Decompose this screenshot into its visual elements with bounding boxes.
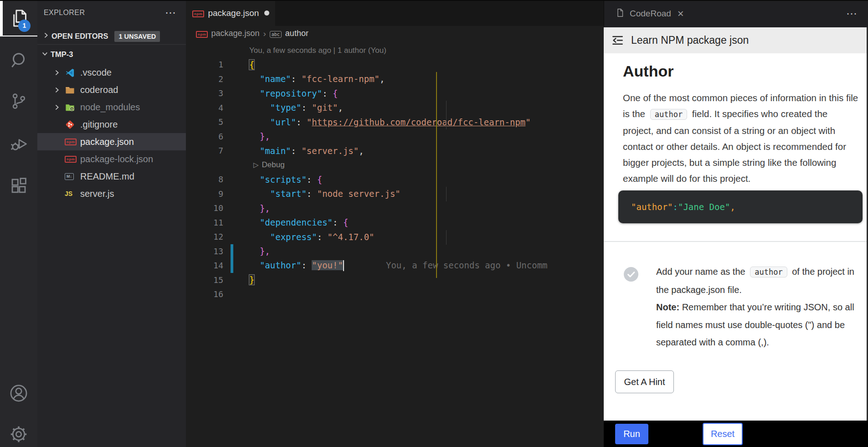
sidebar-item-package-json[interactable]: npmpackage.json (37, 133, 186, 150)
code-line-12[interactable]: 12 "express": "^4.17.0" (186, 230, 604, 244)
gutter (223, 129, 249, 144)
activity-item-run-debug[interactable] (0, 131, 37, 157)
code-text: }, (249, 203, 270, 213)
inline-code-chip: author (650, 109, 687, 120)
npm-file-icon: npm (192, 9, 204, 17)
breadcrumb-symbol[interactable]: author (285, 29, 308, 38)
modified-line-marker (231, 244, 233, 259)
text-run: Add your name as the (656, 267, 748, 277)
activity-item-account[interactable] (0, 381, 37, 407)
activity-item-search[interactable] (0, 48, 37, 74)
lesson-title: Learn NPM package json (631, 34, 749, 46)
lesson-body: Author One of the most common pieces of … (604, 53, 868, 421)
editor-tab-strip: npm package.json (186, 0, 604, 26)
codelens-label: Debug (262, 160, 285, 170)
folder-icon (65, 85, 77, 95)
gutter (223, 201, 249, 216)
modified-line-marker (231, 258, 233, 273)
sidebar-item--gitignore[interactable]: .gitignore (37, 116, 186, 133)
folder-npm-icon: JS (65, 102, 77, 113)
extensions-icon (9, 176, 28, 197)
run-button[interactable]: Run (615, 424, 648, 444)
code-line-16[interactable]: 16 (186, 287, 604, 302)
lesson-header: Learn NPM package json (604, 27, 868, 53)
code-line-5[interactable]: 5 "url": "https://github.com/coderoad/fc… (186, 115, 604, 129)
sidebar-item-node-modules[interactable]: JSnode_modules (37, 98, 186, 116)
code-line-9[interactable]: 9 "start": "node server.js" (186, 187, 604, 201)
line-number: 12 (186, 232, 223, 241)
unsaved-dot-icon[interactable] (264, 10, 269, 15)
codelens-debug[interactable]: ▷Debug (186, 158, 604, 173)
code-line-10[interactable]: 10 }, (186, 201, 604, 216)
project-root-row[interactable]: TMP-3 (37, 46, 186, 63)
code-text: "scripts": { (249, 175, 322, 185)
code-line-3[interactable]: 3 "repository": { (186, 86, 604, 101)
code-text: { (249, 60, 254, 70)
code-line-6[interactable]: 6 }, (186, 129, 604, 144)
code-line-13[interactable]: 13 }, (186, 244, 604, 259)
get-hint-button[interactable]: Get A Hint (615, 370, 674, 393)
gutter (223, 86, 249, 101)
line-number: 2 (186, 74, 223, 84)
sidebar-item-readme-md[interactable]: M↓README.md (37, 168, 186, 185)
gutter (223, 187, 249, 201)
open-editors-row[interactable]: OPEN EDITORS 1 UNSAVED (37, 28, 186, 45)
npm-icon: npm (65, 156, 77, 163)
code-line-8[interactable]: 8 "scripts": { (186, 172, 604, 187)
code-text: "type": "git", (249, 103, 343, 113)
code-editor[interactable]: 1{2 "name": "fcc-learn-npm",3 "repositor… (186, 57, 604, 302)
chevron-right-icon[interactable] (53, 103, 65, 111)
line-number: 14 (186, 261, 223, 270)
code-line-7[interactable]: 7 "main": "server.js", (186, 144, 604, 158)
code-text: "express": "^4.17.0" (249, 232, 375, 242)
sidebar-more-actions-icon[interactable]: ⋯ (165, 6, 176, 19)
file-tree: .vscodecoderoadJSnode_modules.gitignoren… (37, 64, 186, 202)
panel-action-bar: Run Reset (604, 421, 868, 447)
example-code-block: "author": "Jane Doe", (618, 190, 863, 223)
file-label: .vscode (80, 67, 112, 78)
activity-item-explorer[interactable]: 1 (0, 6, 37, 32)
gutter (223, 144, 249, 158)
code-text: "main": "server.js", (249, 146, 364, 156)
code-line-15[interactable]: 15} (186, 273, 604, 288)
menu-back-icon[interactable] (611, 33, 625, 47)
activity-item-source-control[interactable] (0, 89, 37, 115)
sidebar-item-server-js[interactable]: JSserver.js (37, 185, 186, 202)
code-token: "author" (631, 202, 673, 212)
sidebar-item-package-lock-json[interactable]: npmpackage-lock.json (37, 150, 186, 168)
code-line-14[interactable]: 14 "author": "you!"You, a few seconds ag… (186, 258, 604, 273)
activity-item-extensions[interactable] (0, 173, 37, 200)
code-line-4[interactable]: 4 "type": "git", (186, 101, 604, 115)
tab-package-json[interactable]: npm package.json (186, 0, 275, 26)
account-icon (9, 383, 29, 405)
chevron-right-icon[interactable] (53, 86, 65, 94)
tab-coderoad[interactable]: CodeRoad × (604, 7, 684, 20)
vscode-window: 1 EXPLORER ⋯ OPEN EDITORS 1 UNSAVED TMP-… (0, 0, 868, 447)
reset-button[interactable]: Reset (703, 423, 743, 445)
code-line-2[interactable]: 2 "name": "fcc-learn-npm", (186, 72, 604, 87)
file-label: server.js (80, 189, 114, 199)
sidebar-item-coderoad[interactable]: coderoad (37, 81, 186, 98)
gutter (223, 101, 249, 115)
line-number: 15 (186, 275, 223, 285)
gutter (223, 57, 249, 72)
code-line-1[interactable]: 1{ (186, 57, 604, 72)
search-icon (9, 50, 29, 72)
chevron-right-icon[interactable] (53, 69, 65, 77)
close-icon[interactable]: × (678, 7, 684, 20)
activity-item-settings[interactable] (0, 422, 37, 447)
line-number: 9 (186, 189, 223, 199)
gutter (223, 72, 249, 87)
window-edge-highlight (0, 36, 37, 36)
window-edge-highlight (0, 0, 3, 36)
code-text: "repository": { (249, 88, 338, 98)
unsaved-badge: 1 UNSAVED (114, 31, 160, 42)
git-blame-annotation: You, a few seconds ago | 1 author (You) (249, 46, 386, 55)
code-text: }, (249, 246, 270, 256)
sidebar-item--vscode[interactable]: .vscode (37, 64, 186, 81)
panel-more-actions-icon[interactable]: ⋯ (846, 7, 857, 20)
line-number: 11 (186, 218, 223, 227)
breadcrumb-file[interactable]: package.json (211, 29, 259, 38)
code-line-11[interactable]: 11 "dependencies": { (186, 216, 604, 230)
gutter (223, 115, 249, 129)
